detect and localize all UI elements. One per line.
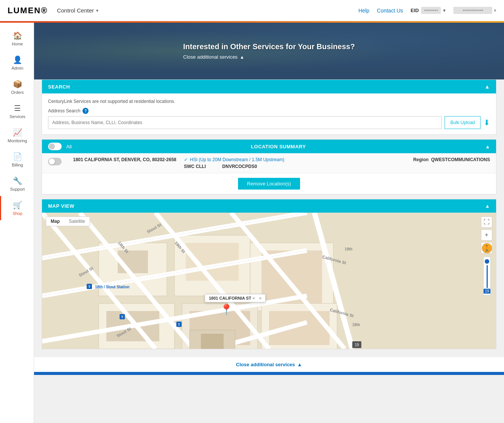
location-toggle-thumb bbox=[49, 159, 55, 165]
address-search-input[interactable] bbox=[48, 116, 442, 129]
zoom-slider-thumb bbox=[485, 259, 489, 264]
svg-text:18th / Stout Station: 18th / Stout Station bbox=[95, 285, 129, 289]
map-location-tooltip[interactable]: 1801 CALIFORNIA ST × bbox=[205, 294, 266, 302]
svg-text:T: T bbox=[88, 285, 90, 289]
svg-rect-45 bbox=[201, 334, 224, 349]
map-canvas[interactable]: Stout St Stout St Stout St 18th St 18th … bbox=[42, 213, 496, 349]
sidebar-label-shop: Shop bbox=[12, 211, 22, 216]
search-panel-header: SEARCH ▲ bbox=[42, 80, 496, 93]
sidebar-item-billing[interactable]: 📄 Billing bbox=[0, 148, 34, 172]
swc-label: SWC CLLI bbox=[184, 164, 206, 169]
search-collapse-icon[interactable]: ▲ bbox=[485, 84, 490, 90]
map-tabs: Map Satellite bbox=[46, 216, 90, 226]
contact-us-link[interactable]: Contact Us bbox=[377, 8, 403, 14]
sidebar-item-support[interactable]: 🔧 Support bbox=[0, 172, 34, 196]
fullscreen-button[interactable]: ⛶ bbox=[481, 216, 492, 228]
sidebar-label-support: Support bbox=[10, 187, 25, 191]
location-summary-panel: All LOCATION SUMMARY ▲ 1801 CALIFORNIA S… bbox=[42, 139, 496, 194]
search-panel: SEARCH ▲ CenturyLink Services are not su… bbox=[42, 79, 496, 135]
user-name: •••••••••••• bbox=[453, 7, 492, 14]
bottom-close-label: Close additional services bbox=[236, 362, 295, 367]
sidebar-label-admin: Admin bbox=[11, 66, 23, 70]
sidebar-item-services[interactable]: ☰ Services bbox=[0, 99, 34, 123]
map-collapse-icon[interactable]: ▲ bbox=[485, 203, 490, 209]
bottom-blue-bar bbox=[34, 372, 504, 375]
support-icon: 🔧 bbox=[13, 176, 22, 185]
sidebar: 🏠 Home 👤 Admin 📦 Orders ☰ Services 📈 Mon… bbox=[0, 23, 34, 423]
search-panel-body: CenturyLink Services are not supported a… bbox=[42, 93, 496, 134]
search-input-row: Bulk Upload ⬇ bbox=[48, 116, 490, 129]
chevron-down-icon: ▾ bbox=[96, 8, 98, 13]
zoom-slider-track bbox=[487, 265, 488, 288]
location-toggle[interactable] bbox=[48, 158, 62, 165]
banner-text: Interested in Other Services for Your Bu… bbox=[183, 42, 355, 60]
map-container: Map Satellite bbox=[42, 213, 496, 349]
services-banner: Interested in Other Services for Your Bu… bbox=[34, 23, 504, 79]
zoom-slider[interactable]: 19 bbox=[483, 257, 490, 295]
sidebar-item-orders[interactable]: 📦 Orders bbox=[0, 75, 34, 99]
location-collapse-icon[interactable]: ▲ bbox=[485, 144, 490, 149]
main-content: Interested in Other Services for Your Bu… bbox=[34, 23, 504, 423]
location-region: Region QWESTCOMMUNICATIONS bbox=[413, 157, 490, 162]
sidebar-item-admin[interactable]: 👤 Admin bbox=[0, 51, 34, 75]
tooltip-close-icon[interactable]: × bbox=[252, 296, 255, 300]
help-link[interactable]: Help bbox=[358, 8, 369, 14]
map-view-header: MAP VIEW ▲ bbox=[42, 199, 496, 213]
user-menu[interactable]: •••••••••••• ▾ bbox=[453, 7, 496, 14]
svg-text:19th: 19th bbox=[345, 247, 353, 251]
location-details: ✓ HSI (Up to 20M Downstream / 1.5M Upstr… bbox=[184, 157, 406, 169]
location-row: 1801 CALIFORNIA ST, DENVER, CO, 80202-26… bbox=[42, 153, 496, 173]
sidebar-item-home[interactable]: 🏠 Home bbox=[0, 26, 34, 51]
svg-text:T: T bbox=[178, 323, 180, 327]
location-header-left: All bbox=[48, 143, 72, 150]
sidebar-item-monitoring[interactable]: 📈 Monitoring bbox=[0, 123, 34, 148]
monitoring-icon: 📈 bbox=[13, 128, 22, 137]
admin-icon: 👤 bbox=[13, 55, 22, 64]
map-view-panel: MAP VIEW ▲ Map Satellite bbox=[42, 199, 496, 349]
orders-icon: 📦 bbox=[13, 79, 22, 89]
map-roads-svg: Stout St Stout St Stout St 18th St 18th … bbox=[42, 213, 496, 349]
top-nav-right: Help Contact Us EID •••••••• ▾ •••••••••… bbox=[358, 7, 496, 14]
sidebar-label-orders: Orders bbox=[11, 90, 24, 95]
close-banner-button[interactable]: Close additional services ▲ bbox=[183, 54, 355, 60]
all-label: All bbox=[66, 144, 72, 149]
location-clli-row: SWC CLLI DNVRCOCPDS0 bbox=[184, 164, 406, 169]
control-center-menu[interactable]: Control Center ▾ bbox=[57, 7, 98, 14]
location-hsi: ✓ HSI (Up to 20M Downstream / 1.5M Upstr… bbox=[184, 157, 406, 162]
location-toggle-track bbox=[48, 158, 62, 165]
eid-selector[interactable]: EID •••••••• ▾ bbox=[411, 7, 446, 14]
shop-icon: 🛒 bbox=[13, 201, 22, 210]
region-value: QWESTCOMMUNICATIONS bbox=[431, 157, 490, 162]
tab-map[interactable]: Map bbox=[46, 217, 64, 226]
remove-locations-button[interactable]: Remove Location(s) bbox=[238, 178, 300, 190]
bottom-close-bar: Close additional services ▲ bbox=[34, 357, 504, 372]
download-icon[interactable]: ⬇ bbox=[484, 118, 490, 127]
streetview-person[interactable]: 🚶 bbox=[482, 243, 492, 253]
address-label-row: Address Search ? bbox=[48, 108, 490, 114]
check-icon: ✓ bbox=[184, 157, 188, 162]
sidebar-label-monitoring: Monitoring bbox=[8, 138, 27, 143]
toggle-track bbox=[48, 143, 62, 150]
main-layout: 🏠 Home 👤 Admin 📦 Orders ☰ Services 📈 Mon… bbox=[0, 23, 504, 423]
location-summary-title: LOCATION SUMMARY bbox=[72, 144, 485, 149]
hsi-value: HSI (Up to 20M Downstream / 1.5M Upstrea… bbox=[190, 157, 284, 162]
tab-satellite[interactable]: Satellite bbox=[64, 217, 90, 226]
help-icon[interactable]: ? bbox=[82, 108, 89, 114]
svg-rect-12 bbox=[269, 311, 330, 345]
close-banner-label: Close additional services bbox=[183, 54, 238, 60]
bulk-upload-button[interactable]: Bulk Upload bbox=[445, 116, 481, 129]
map-view-title: MAP VIEW bbox=[48, 203, 75, 209]
eid-chevron-icon: ▾ bbox=[443, 8, 446, 13]
sidebar-item-shop[interactable]: 🛒 Shop bbox=[0, 196, 34, 220]
toggle-thumb bbox=[49, 143, 55, 149]
all-toggle-switch[interactable] bbox=[48, 143, 62, 150]
svg-text:19th: 19th bbox=[352, 323, 360, 327]
bottom-chevron-up-icon: ▲ bbox=[297, 362, 302, 367]
bottom-close-link[interactable]: Close additional services ▲ bbox=[236, 362, 302, 367]
billing-icon: 📄 bbox=[13, 152, 22, 161]
zoom-in-button[interactable]: + bbox=[481, 229, 492, 241]
sidebar-label-home: Home bbox=[12, 42, 23, 46]
user-chevron-icon: ▾ bbox=[494, 8, 496, 13]
sidebar-label-billing: Billing bbox=[12, 163, 23, 167]
swc-value: DNVRCOCPDS0 bbox=[222, 164, 257, 169]
